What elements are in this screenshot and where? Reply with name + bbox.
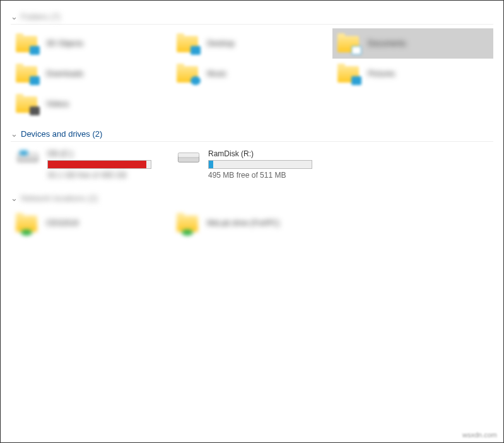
folder-item-desktop[interactable]: Desktop bbox=[172, 28, 332, 59]
folder-icon bbox=[16, 32, 38, 55]
folders-section-header[interactable]: ⌄ Folders (7) bbox=[11, 9, 493, 25]
folder-item-downloads[interactable]: Downloads bbox=[11, 59, 172, 89]
folder-icon bbox=[16, 93, 38, 115]
svg-rect-2 bbox=[20, 151, 28, 155]
folder-label: 3D Objects bbox=[46, 39, 83, 48]
network-folder-icon bbox=[16, 212, 38, 234]
drive-item-ramdisk[interactable]: RamDisk (R:) 495 MB free of 511 MB bbox=[172, 147, 332, 182]
svg-rect-4 bbox=[178, 153, 199, 158]
folder-item-music[interactable]: Music bbox=[172, 59, 332, 89]
drives-section-header[interactable]: ⌄ Devices and drives (2) bbox=[11, 127, 493, 142]
network-item-1[interactable]: MeLab drive (FortPC) bbox=[172, 209, 332, 237]
folders-section-label: Folders (7) bbox=[21, 12, 61, 21]
drive-item-c[interactable]: OS (C:) 30.1 GB free of 465 GB bbox=[11, 147, 172, 182]
watermark-text: wsxdn.com bbox=[462, 431, 497, 439]
network-label: MeLab drive (FortPC) bbox=[207, 219, 279, 227]
folder-item-pictures[interactable]: Pictures bbox=[332, 59, 493, 89]
chevron-down-icon: ⌄ bbox=[11, 12, 18, 21]
network-folder-icon bbox=[177, 212, 199, 234]
chevron-down-icon: ⌄ bbox=[11, 193, 18, 203]
drive-usage-bar bbox=[47, 160, 151, 169]
drives-row: OS (C:) 30.1 GB free of 465 GB RamDisk (… bbox=[11, 142, 493, 187]
folder-label: Videos bbox=[46, 100, 69, 108]
drive-name: OS (C:) bbox=[47, 149, 167, 158]
folder-icon bbox=[177, 62, 199, 85]
folder-item-documents[interactable]: Documents bbox=[332, 28, 493, 59]
drive-icon bbox=[177, 149, 202, 170]
folder-label: Music bbox=[207, 69, 226, 78]
network-section-label: Network locations (2) bbox=[21, 193, 98, 203]
drive-free-text: 30.1 GB free of 465 GB bbox=[47, 171, 167, 180]
network-label: CES2019 bbox=[46, 219, 78, 227]
network-item-0[interactable]: CES2019 bbox=[11, 209, 172, 237]
drives-section-label: Devices and drives (2) bbox=[21, 129, 102, 139]
folder-label: Downloads bbox=[46, 69, 83, 78]
drive-icon bbox=[16, 149, 41, 170]
network-section-header[interactable]: ⌄ Network locations (2) bbox=[11, 191, 493, 205]
folder-icon bbox=[337, 62, 360, 85]
drive-usage-bar bbox=[208, 160, 312, 169]
folder-icon bbox=[337, 32, 360, 55]
folder-label: Pictures bbox=[368, 69, 395, 78]
chevron-down-icon: ⌄ bbox=[11, 129, 18, 139]
folder-icon bbox=[16, 62, 38, 85]
folders-grid: 3D Objects Desktop Documents Downloads M… bbox=[11, 25, 493, 123]
folder-item-3d-objects[interactable]: 3D Objects bbox=[11, 28, 172, 59]
folder-icon bbox=[177, 32, 199, 55]
folder-label: Desktop bbox=[207, 39, 235, 48]
folder-item-videos[interactable]: Videos bbox=[11, 89, 172, 119]
drive-free-text: 495 MB free of 511 MB bbox=[208, 171, 327, 180]
folder-label: Documents bbox=[368, 39, 406, 48]
drive-name: RamDisk (R:) bbox=[208, 149, 327, 158]
network-row: CES2019 MeLab drive (FortPC) bbox=[11, 205, 493, 241]
